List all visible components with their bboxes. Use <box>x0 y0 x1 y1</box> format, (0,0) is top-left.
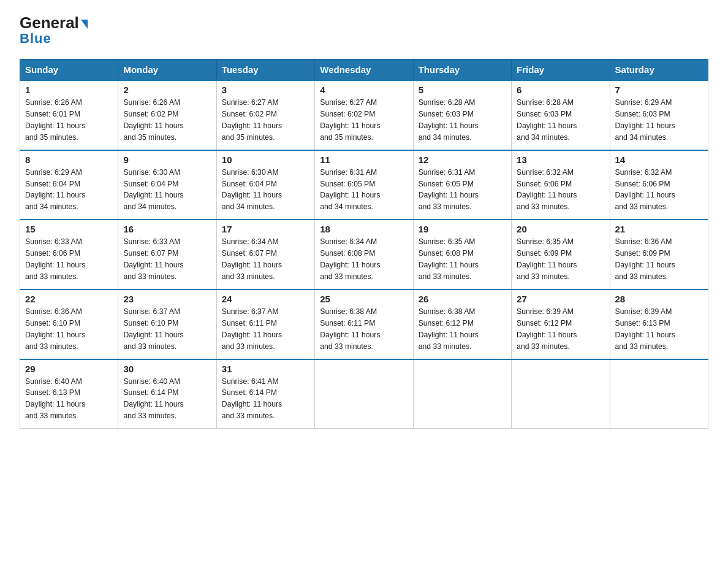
calendar-cell: 21 Sunrise: 6:36 AM Sunset: 6:09 PM Dayl… <box>610 220 708 289</box>
page-header: General Blue <box>20 15 708 47</box>
day-info: Sunrise: 6:35 AM Sunset: 6:08 PM Dayligh… <box>419 236 506 283</box>
day-number: 5 <box>419 85 506 95</box>
day-number: 28 <box>615 294 703 304</box>
logo: General Blue <box>20 15 88 47</box>
calendar-cell: 10 Sunrise: 6:30 AM Sunset: 6:04 PM Dayl… <box>216 150 314 220</box>
calendar-cell: 25 Sunrise: 6:38 AM Sunset: 6:11 PM Dayl… <box>315 289 413 359</box>
day-info: Sunrise: 6:26 AM Sunset: 6:02 PM Dayligh… <box>123 97 211 144</box>
calendar-cell: 26 Sunrise: 6:38 AM Sunset: 6:12 PM Dayl… <box>413 289 511 359</box>
day-info: Sunrise: 6:33 AM Sunset: 6:07 PM Dayligh… <box>123 236 211 283</box>
day-number: 16 <box>123 224 211 234</box>
day-info: Sunrise: 6:37 AM Sunset: 6:11 PM Dayligh… <box>222 306 309 353</box>
calendar-cell: 1 Sunrise: 6:26 AM Sunset: 6:01 PM Dayli… <box>20 80 118 150</box>
day-number: 12 <box>419 155 506 165</box>
day-info: Sunrise: 6:40 AM Sunset: 6:14 PM Dayligh… <box>123 376 211 423</box>
day-info: Sunrise: 6:29 AM Sunset: 6:04 PM Dayligh… <box>25 167 113 213</box>
day-number: 25 <box>320 294 408 304</box>
week-row-1: 1 Sunrise: 6:26 AM Sunset: 6:01 PM Dayli… <box>20 80 708 150</box>
calendar-cell: 13 Sunrise: 6:32 AM Sunset: 6:06 PM Dayl… <box>512 150 610 220</box>
day-info: Sunrise: 6:41 AM Sunset: 6:14 PM Dayligh… <box>222 376 309 423</box>
calendar-cell: 16 Sunrise: 6:33 AM Sunset: 6:07 PM Dayl… <box>118 220 216 289</box>
week-row-4: 22 Sunrise: 6:36 AM Sunset: 6:10 PM Dayl… <box>20 289 708 359</box>
day-info: Sunrise: 6:32 AM Sunset: 6:06 PM Dayligh… <box>517 167 604 213</box>
day-number: 15 <box>25 224 113 234</box>
calendar-cell: 17 Sunrise: 6:34 AM Sunset: 6:07 PM Dayl… <box>216 220 314 289</box>
day-info: Sunrise: 6:40 AM Sunset: 6:13 PM Dayligh… <box>25 376 113 423</box>
calendar-cell: 31 Sunrise: 6:41 AM Sunset: 6:14 PM Dayl… <box>216 359 314 429</box>
day-number: 11 <box>320 155 408 165</box>
day-number: 3 <box>222 85 309 95</box>
day-info: Sunrise: 6:36 AM Sunset: 6:09 PM Dayligh… <box>615 236 703 283</box>
calendar-cell <box>610 359 708 429</box>
calendar-cell: 22 Sunrise: 6:36 AM Sunset: 6:10 PM Dayl… <box>20 289 118 359</box>
calendar-cell: 5 Sunrise: 6:28 AM Sunset: 6:03 PM Dayli… <box>413 80 511 150</box>
calendar-cell: 3 Sunrise: 6:27 AM Sunset: 6:02 PM Dayli… <box>216 80 314 150</box>
calendar-cell: 11 Sunrise: 6:31 AM Sunset: 6:05 PM Dayl… <box>315 150 413 220</box>
day-number: 7 <box>615 85 703 95</box>
week-row-5: 29 Sunrise: 6:40 AM Sunset: 6:13 PM Dayl… <box>20 359 708 429</box>
day-info: Sunrise: 6:35 AM Sunset: 6:09 PM Dayligh… <box>517 236 604 283</box>
calendar-cell: 8 Sunrise: 6:29 AM Sunset: 6:04 PM Dayli… <box>20 150 118 220</box>
day-number: 13 <box>517 155 604 165</box>
day-info: Sunrise: 6:31 AM Sunset: 6:05 PM Dayligh… <box>320 167 408 213</box>
day-info: Sunrise: 6:30 AM Sunset: 6:04 PM Dayligh… <box>222 167 309 213</box>
day-number: 22 <box>25 294 113 304</box>
day-number: 9 <box>123 155 211 165</box>
day-info: Sunrise: 6:32 AM Sunset: 6:06 PM Dayligh… <box>615 167 703 213</box>
day-info: Sunrise: 6:38 AM Sunset: 6:11 PM Dayligh… <box>320 306 408 353</box>
calendar-cell: 20 Sunrise: 6:35 AM Sunset: 6:09 PM Dayl… <box>512 220 610 289</box>
day-info: Sunrise: 6:39 AM Sunset: 6:13 PM Dayligh… <box>615 306 703 353</box>
day-number: 31 <box>222 364 309 374</box>
day-number: 30 <box>123 364 211 374</box>
calendar-cell: 27 Sunrise: 6:39 AM Sunset: 6:12 PM Dayl… <box>512 289 610 359</box>
logo-general: General <box>20 15 88 31</box>
day-info: Sunrise: 6:28 AM Sunset: 6:03 PM Dayligh… <box>517 97 604 144</box>
day-number: 21 <box>615 224 703 234</box>
day-number: 29 <box>25 364 113 374</box>
calendar-cell: 28 Sunrise: 6:39 AM Sunset: 6:13 PM Dayl… <box>610 289 708 359</box>
calendar-cell: 18 Sunrise: 6:34 AM Sunset: 6:08 PM Dayl… <box>315 220 413 289</box>
calendar-cell: 23 Sunrise: 6:37 AM Sunset: 6:10 PM Dayl… <box>118 289 216 359</box>
day-number: 2 <box>123 85 211 95</box>
week-row-2: 8 Sunrise: 6:29 AM Sunset: 6:04 PM Dayli… <box>20 150 708 220</box>
calendar-cell: 6 Sunrise: 6:28 AM Sunset: 6:03 PM Dayli… <box>512 80 610 150</box>
day-info: Sunrise: 6:29 AM Sunset: 6:03 PM Dayligh… <box>615 97 703 144</box>
calendar-cell: 29 Sunrise: 6:40 AM Sunset: 6:13 PM Dayl… <box>20 359 118 429</box>
header-saturday: Saturday <box>610 59 708 81</box>
day-info: Sunrise: 6:28 AM Sunset: 6:03 PM Dayligh… <box>419 97 506 144</box>
day-number: 8 <box>25 155 113 165</box>
day-number: 27 <box>517 294 604 304</box>
header-monday: Monday <box>118 59 216 81</box>
calendar-cell: 19 Sunrise: 6:35 AM Sunset: 6:08 PM Dayl… <box>413 220 511 289</box>
day-info: Sunrise: 6:38 AM Sunset: 6:12 PM Dayligh… <box>419 306 506 353</box>
day-info: Sunrise: 6:37 AM Sunset: 6:10 PM Dayligh… <box>123 306 211 353</box>
day-info: Sunrise: 6:39 AM Sunset: 6:12 PM Dayligh… <box>517 306 604 353</box>
calendar-cell: 15 Sunrise: 6:33 AM Sunset: 6:06 PM Dayl… <box>20 220 118 289</box>
day-info: Sunrise: 6:26 AM Sunset: 6:01 PM Dayligh… <box>25 97 113 144</box>
calendar-cell: 24 Sunrise: 6:37 AM Sunset: 6:11 PM Dayl… <box>216 289 314 359</box>
calendar-cell <box>413 359 511 429</box>
day-number: 17 <box>222 224 309 234</box>
header-wednesday: Wednesday <box>315 59 413 81</box>
day-info: Sunrise: 6:34 AM Sunset: 6:07 PM Dayligh… <box>222 236 309 283</box>
calendar-cell <box>315 359 413 429</box>
calendar-cell: 14 Sunrise: 6:32 AM Sunset: 6:06 PM Dayl… <box>610 150 708 220</box>
day-number: 19 <box>419 224 506 234</box>
day-number: 26 <box>419 294 506 304</box>
day-info: Sunrise: 6:33 AM Sunset: 6:06 PM Dayligh… <box>25 236 113 283</box>
calendar-cell: 30 Sunrise: 6:40 AM Sunset: 6:14 PM Dayl… <box>118 359 216 429</box>
day-number: 4 <box>320 85 408 95</box>
day-info: Sunrise: 6:34 AM Sunset: 6:08 PM Dayligh… <box>320 236 408 283</box>
header-row: SundayMondayTuesdayWednesdayThursdayFrid… <box>20 59 708 81</box>
calendar-cell: 2 Sunrise: 6:26 AM Sunset: 6:02 PM Dayli… <box>118 80 216 150</box>
day-info: Sunrise: 6:30 AM Sunset: 6:04 PM Dayligh… <box>123 167 211 213</box>
day-number: 20 <box>517 224 604 234</box>
day-info: Sunrise: 6:27 AM Sunset: 6:02 PM Dayligh… <box>320 97 408 144</box>
calendar-cell: 12 Sunrise: 6:31 AM Sunset: 6:05 PM Dayl… <box>413 150 511 220</box>
header-thursday: Thursday <box>413 59 511 81</box>
calendar-cell: 9 Sunrise: 6:30 AM Sunset: 6:04 PM Dayli… <box>118 150 216 220</box>
calendar-table: SundayMondayTuesdayWednesdayThursdayFrid… <box>20 59 708 429</box>
day-number: 1 <box>25 85 113 95</box>
day-number: 14 <box>615 155 703 165</box>
header-friday: Friday <box>512 59 610 81</box>
